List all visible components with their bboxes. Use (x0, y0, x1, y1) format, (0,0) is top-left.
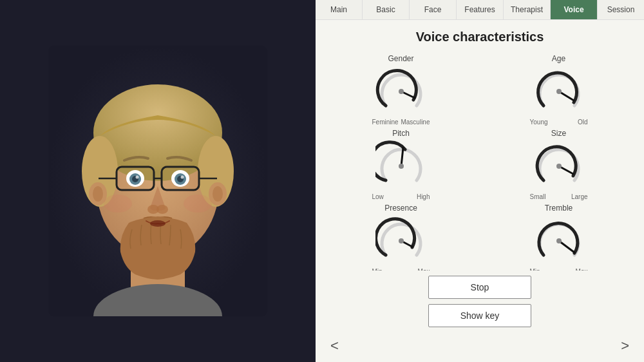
avatar-panel (0, 0, 316, 362)
tab-face[interactable]: Face (410, 0, 457, 19)
knob-labels-pitch: Low High (372, 193, 430, 200)
knob-labels-age: Young Old (530, 119, 588, 126)
stop-button[interactable]: Stop (428, 276, 531, 299)
knob-label-tremble: Tremble (545, 204, 573, 213)
knob-min-age: Young (530, 119, 548, 126)
knob-age[interactable] (533, 66, 585, 117)
knob-group-size: Size Small Large (486, 129, 631, 200)
knob-pitch[interactable] (375, 140, 427, 192)
svg-point-32 (399, 164, 404, 169)
tab-main[interactable]: Main (316, 0, 363, 19)
tab-bar: Main Basic Face Features Therapist Voice… (316, 0, 644, 20)
tab-therapist[interactable]: Therapist (504, 0, 551, 19)
knob-min-size: Small (530, 193, 546, 200)
knob-label-gender: Gender (388, 54, 413, 63)
avatar-container (35, 26, 280, 336)
knob-label-pitch: Pitch (392, 129, 410, 138)
knob-label-presence: Presence (384, 204, 417, 213)
knob-group-pitch: Pitch Low High (328, 129, 473, 200)
knob-max-age: Old (578, 119, 588, 126)
svg-line-37 (559, 241, 574, 252)
content-area: Voice characteristics Gender (316, 20, 644, 271)
knob-min-pitch: Low (372, 193, 384, 200)
show-key-button[interactable]: Show key (428, 304, 531, 327)
tab-features[interactable]: Features (457, 0, 504, 19)
knobs-grid: Gender Feminine Masculine (328, 54, 631, 271)
knob-gender[interactable] (375, 66, 427, 117)
tab-voice[interactable]: Voice (551, 0, 598, 19)
avatar-svg (48, 46, 267, 316)
knob-label-age: Age (552, 54, 565, 63)
tab-basic[interactable]: Basic (363, 0, 410, 19)
svg-point-11 (213, 186, 223, 202)
svg-point-30 (556, 89, 562, 94)
nav-prev-button[interactable]: < (325, 335, 344, 357)
svg-point-24 (150, 220, 166, 227)
bottom-buttons: Stop Show key (316, 271, 644, 335)
knob-presence[interactable] (375, 215, 427, 267)
svg-point-23 (156, 205, 168, 214)
knob-tremble[interactable] (533, 215, 585, 267)
svg-point-18 (136, 176, 139, 179)
knob-labels-gender: Feminine Masculine (372, 119, 430, 126)
right-panel: Main Basic Face Features Therapist Voice… (316, 0, 644, 362)
knob-min-gender: Feminine (372, 119, 399, 126)
knob-max-size: Large (571, 193, 588, 200)
svg-point-28 (399, 89, 404, 94)
svg-point-26 (184, 195, 212, 213)
tab-session[interactable]: Session (598, 0, 644, 19)
knob-max-gender: Masculine (401, 119, 430, 126)
nav-next-button[interactable]: > (616, 335, 634, 357)
svg-point-38 (556, 238, 562, 243)
page-title: Voice characteristics (328, 30, 631, 44)
knob-max-pitch: High (417, 193, 430, 200)
knob-label-size: Size (551, 129, 566, 138)
bottom-nav: < > (316, 335, 644, 362)
svg-point-21 (181, 176, 184, 179)
svg-point-25 (104, 195, 132, 213)
knob-labels-size: Small Large (530, 193, 588, 200)
svg-line-29 (559, 91, 574, 100)
knob-group-presence: Presence Min Max (328, 204, 473, 271)
knob-group-age: Age Young Old (486, 54, 631, 126)
knob-group-tremble: Tremble Min Max (486, 204, 631, 271)
knob-group-gender: Gender Feminine Masculine (328, 54, 473, 126)
knob-size[interactable] (533, 140, 585, 192)
svg-point-10 (93, 186, 103, 202)
svg-point-34 (556, 164, 562, 169)
svg-point-36 (399, 238, 404, 243)
